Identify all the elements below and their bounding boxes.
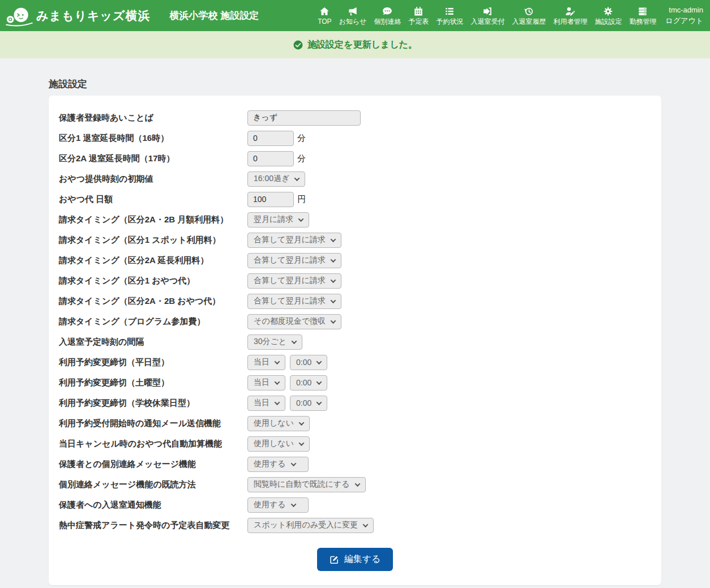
- select-value: 使用する: [254, 459, 286, 469]
- message-read-method-select[interactable]: 閲覧時に自動で既読にする: [247, 477, 366, 492]
- nav-item-facility-settings[interactable]: 施設設定: [594, 6, 622, 25]
- main-nav: TOPお知らせ個別連絡予定表予約状況入退室受付入退室履歴利用者管理施設設定勤務管…: [318, 6, 656, 25]
- nav-item-individual-contact[interactable]: 個別連絡: [374, 6, 401, 25]
- kubun2a-exit-extension-minutes-input[interactable]: [247, 151, 294, 166]
- field-label: 利用予約変更締切（学校休業日型）: [59, 398, 247, 409]
- form-row-parent-registration-passphrase: 保護者登録時あいことば: [59, 108, 651, 128]
- heat-alert-schedule-auto-change-select[interactable]: スポット利用のみ受入に変更: [247, 518, 374, 533]
- nav-item-label: 入退室受付: [471, 18, 504, 25]
- snack-time-default-select[interactable]: 16:00過ぎ: [247, 171, 305, 187]
- select-value: 当日: [254, 398, 270, 408]
- form-row-billing-timing-extension-fee: 請求タイミング（区分2A 延長利用料）合算して翌月に請求: [59, 250, 651, 271]
- field-label: 個別連絡メッセージ機能の既読方法: [59, 479, 247, 490]
- check-circle-icon: [293, 40, 303, 50]
- nav-item-label: 予定表: [408, 18, 429, 25]
- parent-entry-exit-notification-select[interactable]: 使用する: [247, 497, 309, 513]
- chevron-down-icon: [298, 216, 304, 222]
- select-value: 使用する: [254, 500, 286, 510]
- same-day-cancel-snack-auto-add-select[interactable]: 使用しない: [247, 436, 310, 452]
- form-row-reservation-start-notification-mail: 利用予約受付開始時の通知メール送信機能使用しない: [59, 413, 651, 434]
- select-value: 使用しない: [254, 418, 294, 428]
- parent-registration-passphrase-input[interactable]: [247, 110, 361, 126]
- select-value: 0:00: [296, 378, 311, 387]
- billing-timing-kubun2a2b-snack-fee-select[interactable]: 合算して翌月に請求: [247, 294, 341, 309]
- chevron-down-icon: [294, 175, 300, 181]
- select-value: 合算して翌月に請求: [254, 235, 326, 245]
- billing-timing-extension-fee-select[interactable]: 合算して翌月に請求: [247, 253, 341, 268]
- form-row-billing-timing-program-fee: 請求タイミング（プログラム参加費）その都度現金で徴収: [59, 311, 651, 332]
- reservation-deadline-saturday-select[interactable]: 当日: [247, 375, 285, 390]
- reservation-start-notification-mail-select[interactable]: 使用しない: [247, 416, 310, 431]
- nav-item-top[interactable]: TOP: [318, 6, 331, 25]
- nav-item-reservation-status[interactable]: 予約状況: [436, 6, 463, 25]
- nav-item-user-management[interactable]: 利用者管理: [553, 6, 587, 25]
- field-label: 請求タイミング（プログラム参加費）: [59, 316, 247, 327]
- list-icon: [444, 6, 455, 16]
- brand[interactable]: みまもりキッズ横浜: [5, 5, 150, 27]
- settings-form: 保護者登録時あいことば区分1 退室延長時間（16時）分区分2A 退室延長時間（1…: [59, 108, 651, 535]
- field-label: 請求タイミング（区分2A 延長利用料）: [59, 255, 247, 266]
- select-value: その都度現金で徴収: [254, 316, 326, 327]
- nav-item-entry-exit-reception[interactable]: 入退室受付: [471, 6, 504, 25]
- form-row-entry-exit-time-interval: 入退室予定時刻の間隔30分ごと: [59, 332, 651, 352]
- snack-fee-daily-input[interactable]: [247, 192, 294, 207]
- billing-timing-monthly-fee-select[interactable]: 翌月に請求: [247, 212, 309, 228]
- chevron-down-icon: [316, 379, 322, 385]
- nav-item-entry-exit-history[interactable]: 入退室履歴: [512, 6, 546, 25]
- select-value: 当日: [254, 377, 270, 388]
- form-row-billing-timing-monthly-fee: 請求タイミング（区分2A・2B 月額利用料）翌月に請求: [59, 209, 651, 230]
- megaphone-icon: [348, 6, 358, 16]
- form-row-reservation-deadline-saturday: 利用予約変更締切（土曜型）当日0:00: [59, 372, 651, 393]
- reservation-deadline-saturday-time-select[interactable]: 0:00: [290, 375, 327, 390]
- success-banner: 施設設定を更新しました。: [0, 31, 710, 58]
- logout-link[interactable]: ログアウト: [665, 16, 703, 27]
- chevron-down-icon: [290, 501, 296, 507]
- chevron-down-icon: [331, 318, 336, 324]
- select-value: 合算して翌月に請求: [254, 296, 326, 306]
- form-row-parent-entry-exit-notification: 保護者への入退室通知機能使用する: [59, 495, 651, 515]
- form-row-reservation-deadline-school-holiday: 利用予約変更締切（学校休業日型）当日0:00: [59, 393, 651, 413]
- chevron-down-icon: [363, 522, 369, 527]
- nav-item-label: お知らせ: [339, 18, 367, 25]
- chevron-down-icon: [275, 379, 280, 385]
- field-label: 入退室予定時刻の間隔: [59, 337, 247, 347]
- reservation-deadline-school-holiday-time-select[interactable]: 0:00: [290, 396, 327, 411]
- main-content: 施設設定 保護者登録時あいことば区分1 退室延長時間（16時）分区分2A 退室延…: [49, 78, 661, 585]
- form-row-billing-timing-kubun2a2b-snack-fee: 請求タイミング（区分2A・2B おやつ代）合算して翌月に請求: [59, 291, 651, 311]
- field-label: おやつ提供時刻の初期値: [59, 174, 247, 184]
- nav-item-news[interactable]: お知らせ: [339, 6, 367, 25]
- edit-button[interactable]: 編集する: [317, 548, 394, 571]
- reservation-deadline-school-holiday-select[interactable]: 当日: [247, 396, 285, 411]
- nav-item-label: 入退室履歴: [512, 18, 546, 25]
- nav-item-schedule[interactable]: 予定表: [408, 6, 429, 25]
- form-row-snack-time-default: おやつ提供時刻の初期値16:00過ぎ: [59, 169, 651, 189]
- chevron-down-icon: [275, 359, 280, 364]
- field-label: 請求タイミング（区分2A・2B 月額利用料）: [59, 214, 247, 225]
- nav-item-label: 利用者管理: [553, 18, 587, 25]
- reservation-deadline-weekday-time-select[interactable]: 0:00: [290, 355, 327, 370]
- parent-individual-message-feature-select[interactable]: 使用する: [247, 457, 309, 472]
- billing-timing-kubun1-snack-fee-select[interactable]: 合算して翌月に請求: [247, 273, 341, 289]
- settings-card: 保護者登録時あいことば区分1 退室延長時間（16時）分区分2A 退室延長時間（1…: [49, 96, 661, 585]
- billing-timing-spot-fee-select[interactable]: 合算して翌月に請求: [247, 233, 341, 248]
- billing-timing-program-fee-select[interactable]: その都度現金で徴収: [247, 314, 341, 329]
- unit-label: 円: [297, 194, 306, 205]
- select-value: 16:00過ぎ: [254, 174, 289, 184]
- edit-pencil-icon: [330, 555, 339, 564]
- chevron-down-icon: [331, 257, 336, 263]
- select-value: 30分ごと: [254, 337, 286, 347]
- chevron-down-icon: [316, 400, 322, 405]
- nav-item-work-management[interactable]: 勤務管理: [629, 6, 656, 25]
- form-row-kubun1-exit-extension-minutes: 区分1 退室延長時間（16時）分: [59, 128, 651, 148]
- chevron-down-icon: [290, 461, 296, 466]
- select-value: 閲覧時に自動で既読にする: [254, 479, 350, 490]
- reservation-deadline-weekday-select[interactable]: 当日: [247, 355, 285, 370]
- kubun1-exit-extension-minutes-input[interactable]: [247, 131, 294, 146]
- select-value: 使用しない: [254, 439, 294, 449]
- entry-exit-time-interval-select[interactable]: 30分ごと: [247, 334, 302, 350]
- app-header: みまもりキッズ横浜 横浜小学校 施設設定 TOPお知らせ個別連絡予定表予約状況入…: [0, 0, 710, 31]
- field-label: 利用予約変更締切（平日型）: [59, 357, 247, 368]
- chevron-down-icon: [275, 400, 280, 405]
- chevron-down-icon: [331, 237, 336, 242]
- chevron-down-icon: [299, 440, 305, 446]
